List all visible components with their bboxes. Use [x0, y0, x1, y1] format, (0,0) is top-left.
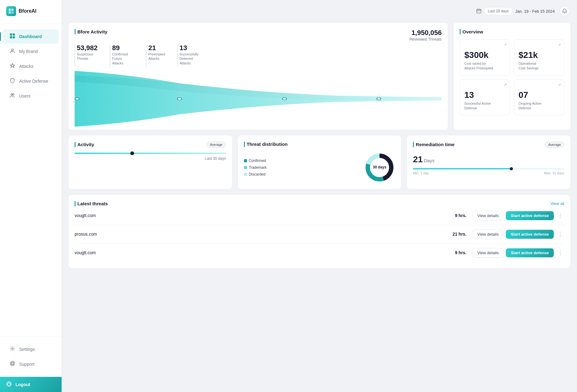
threat-time-1: 9 hrs.: [448, 213, 466, 218]
activity-slider-label: Last 30 days: [205, 156, 226, 161]
sidebar: BforeAI Dashboard My Brand: [0, 0, 62, 392]
overview-grid: ↗ $300k Cost saved byAttacks Preempted ↗…: [460, 39, 564, 115]
min-label: Min. 1 day: [413, 171, 429, 175]
view-all-button[interactable]: View all: [550, 201, 564, 206]
legend-confirmed: Confirmed: [244, 159, 267, 163]
sidebar-bottom: Settings Support: [0, 336, 62, 377]
deterred-label: SuccessfullyDeterred Attacks: [180, 52, 201, 65]
sidebar-item-users-label: Users: [19, 94, 31, 98]
date-range: Last 28 days Jan. 19 - Feb 15 2024: [476, 7, 555, 15]
threat-dist-inner: Confirmed Trademark Discarded: [244, 152, 395, 183]
activity-slider-area: Last 30 days: [75, 153, 226, 161]
preempted-value: 21: [148, 44, 165, 52]
overview-item-successful[interactable]: ↗ 13 Successful ActiveDefense: [460, 79, 510, 115]
latest-threats-card: Latest threats View all vougtt.com 9 hrs…: [68, 194, 571, 268]
reviewed-threats-number: 1,950,056: [409, 29, 442, 37]
threat-distribution-card: Threat distribution Confirmed Trademark …: [237, 135, 402, 189]
svg-rect-1: [11, 9, 14, 11]
sidebar-item-support[interactable]: Support: [3, 357, 59, 371]
sidebar-item-my-brand-label: My Brand: [19, 49, 38, 54]
sidebar-item-settings[interactable]: Settings: [3, 342, 59, 356]
legend-label-confirmed: Confirmed: [249, 159, 266, 163]
overview-item-operational[interactable]: ↗ $21k OperationalCost Savings: [514, 39, 564, 76]
sidebar-item-attacks[interactable]: Attacks: [3, 59, 59, 73]
support-icon: [9, 361, 15, 368]
view-details-button-3[interactable]: View details: [473, 248, 503, 258]
start-defense-button-1[interactable]: Start active defense: [506, 211, 554, 220]
activity-header: Bfore Activity 1,950,056 Reviewed Threat…: [75, 29, 442, 41]
remediation-thumb[interactable]: [510, 167, 513, 170]
svg-point-13: [11, 363, 13, 364]
overview-label-4: Ongoing ActiveDefense: [518, 101, 560, 111]
reviewed-threats: 1,950,056 Reviewed Threats: [409, 29, 442, 41]
remediation-slider[interactable]: [413, 168, 564, 169]
overview-item-ongoing[interactable]: ↗ 07 Ongoing ActiveDefense: [514, 79, 564, 115]
remediation-header: Remediation time Average: [413, 142, 564, 148]
ext-link-2[interactable]: ↗: [558, 43, 561, 47]
top-row: Bfore Activity 1,950,056 Reviewed Threat…: [68, 22, 571, 130]
table-row: prosus.com 21 hrs. View details Start ac…: [75, 225, 564, 244]
overview-value-1: $300k: [464, 50, 505, 60]
confirmed-label: ConfirmedFuture Attacks: [112, 52, 134, 65]
activity-slider-track[interactable]: [75, 153, 226, 154]
logo-container: BforeAI: [0, 0, 62, 24]
sidebar-item-users[interactable]: Users: [3, 89, 59, 103]
threats-header: Latest threats View all: [75, 201, 564, 207]
overview-item-cost-saved[interactable]: ↗ $300k Cost saved byAttacks Preempted: [460, 39, 510, 76]
app-name: BforeAI: [19, 8, 37, 14]
metric-confirmed: 89 ConfirmedFuture Attacks: [110, 44, 134, 65]
start-defense-button-2[interactable]: Start active defense: [506, 230, 554, 239]
overview-value-2: $21k: [518, 50, 560, 60]
overview-card: Overview ↗ $300k Cost saved byAttacks Pr…: [453, 22, 571, 130]
slider-label-row: Last 30 days: [75, 156, 226, 161]
users-icon: [9, 93, 15, 99]
remediation-days-row: 21 Days: [413, 151, 564, 166]
metric-preempted: 21 PreemptedAttacks: [146, 44, 165, 65]
threat-time-3: 9 hrs.: [448, 250, 466, 255]
threat-dist-title: Threat distribution: [247, 142, 288, 147]
svg-rect-2: [9, 11, 11, 14]
svg-rect-6: [10, 36, 12, 38]
overview-value-3: 13: [464, 90, 505, 100]
more-button-2[interactable]: ⋮: [556, 231, 564, 237]
activity-slider-thumb[interactable]: [130, 151, 134, 155]
calendar-icon: [476, 8, 481, 14]
ext-link-3[interactable]: ↗: [504, 83, 507, 87]
ext-link-1[interactable]: ↗: [504, 43, 507, 47]
svg-rect-3: [11, 11, 14, 14]
view-details-button-2[interactable]: View details: [473, 229, 503, 239]
suspicious-label: SuspiciousThreats: [77, 52, 98, 61]
activity-average-badge: Average: [206, 142, 226, 148]
active-defense-icon: [9, 78, 15, 85]
start-defense-button-3[interactable]: Start active defense: [506, 248, 554, 257]
metric-suspicious: 53,982 SuspiciousThreats: [75, 44, 98, 65]
svg-rect-7: [13, 36, 15, 38]
date-range-text: Jan. 19 - Feb 15 2024: [515, 9, 555, 14]
threat-time-2: 21 hrs.: [448, 232, 466, 237]
donut-chart: 30 days: [364, 152, 395, 183]
bfore-activity-card: Bfore Activity 1,950,056 Reviewed Threat…: [68, 22, 448, 130]
sidebar-item-active-defense[interactable]: Active Defense: [3, 74, 59, 88]
ext-link-4[interactable]: ↗: [558, 83, 561, 87]
sidebar-item-settings-label: Settings: [19, 347, 35, 352]
logout-button[interactable]: Logout: [0, 377, 62, 392]
suspicious-value: 53,982: [77, 44, 98, 52]
table-row: vougtt.com 9 hrs. View details Start act…: [75, 244, 564, 262]
my-brand-icon: [9, 48, 15, 55]
preempted-label: PreemptedAttacks: [148, 52, 165, 61]
notification-button[interactable]: [560, 6, 570, 16]
remediation-title: Remediation time: [416, 142, 454, 147]
logo-icon: [6, 6, 16, 16]
more-button-1[interactable]: ⋮: [556, 212, 564, 219]
sidebar-item-my-brand[interactable]: My Brand: [3, 44, 59, 59]
sidebar-item-dashboard[interactable]: Dashboard: [3, 29, 59, 44]
activity-slider-card: Activity Average Last 30 days: [68, 135, 232, 189]
date-range-badge[interactable]: Last 28 days: [484, 7, 513, 15]
overview-label-2: OperationalCost Savings: [518, 61, 560, 71]
svg-point-11: [12, 348, 13, 350]
threat-domain-2: prosus.com: [75, 232, 448, 237]
remediation-days-value: 21: [413, 155, 423, 164]
settings-icon: [9, 346, 15, 353]
more-button-3[interactable]: ⋮: [556, 249, 564, 256]
view-details-button-1[interactable]: View details: [473, 211, 503, 220]
